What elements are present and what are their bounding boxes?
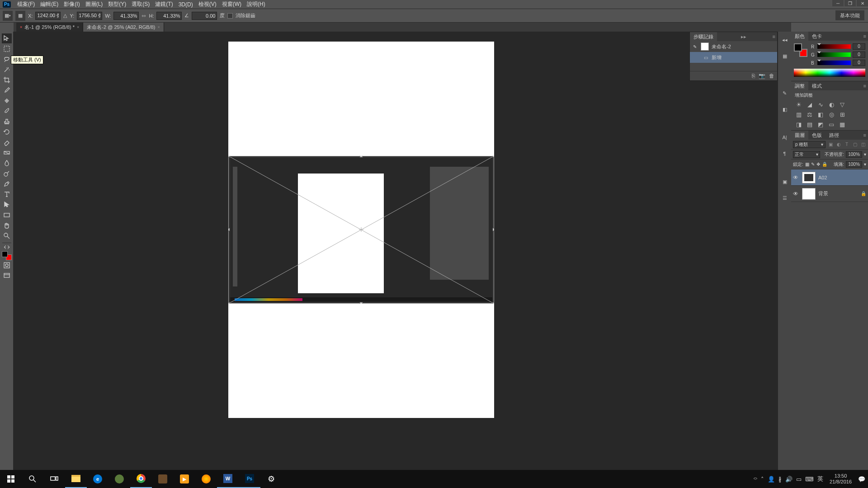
gradient-tool[interactable] (2, 148, 12, 158)
layers-tab[interactable]: 圖層 (791, 131, 808, 140)
brush-tool[interactable] (2, 106, 12, 116)
tool-preset-icon[interactable]: ▦▾ (3, 11, 13, 21)
app2-taskbar-icon[interactable] (152, 470, 174, 488)
r-slider[interactable] (817, 44, 851, 49)
opacity-field[interactable]: 100% (846, 151, 862, 158)
keyboard-icon[interactable]: ⌨ (805, 476, 814, 483)
b-slider[interactable] (817, 61, 851, 65)
delete-state-icon[interactable]: 🗑 (769, 73, 774, 79)
exposure-icon[interactable]: ◐ (827, 100, 835, 108)
filter-type-icon[interactable]: T (844, 141, 850, 148)
menu-layer[interactable]: 圖層(L) (83, 0, 106, 9)
explorer-taskbar-icon[interactable] (65, 470, 87, 488)
h-field[interactable] (156, 12, 182, 20)
quickmask-tool[interactable] (2, 260, 12, 270)
notifications-icon[interactable]: 💬 (858, 476, 865, 483)
visibility-toggle-icon[interactable]: 👁 (793, 174, 799, 181)
menu-edit[interactable]: 編輯(E) (38, 0, 61, 9)
close-button[interactable]: ✕ (857, 0, 868, 6)
eyedropper-tool[interactable] (2, 85, 12, 95)
people-icon[interactable]: 👤 (768, 476, 775, 483)
type-tool[interactable] (2, 189, 12, 199)
layer-row[interactable]: 👁 背景 🔒 (791, 186, 868, 202)
zoom-tool[interactable] (2, 231, 12, 241)
color-swatch-panel[interactable] (794, 43, 807, 57)
g-value[interactable]: 0 (853, 52, 865, 58)
canvas-area[interactable] (14, 32, 791, 477)
vibrance-icon[interactable]: ▽ (838, 100, 846, 108)
wifi-icon[interactable]: ⌔ (754, 476, 757, 483)
filter-smart-icon[interactable]: ◫ (860, 141, 866, 148)
triangle-icon[interactable]: △ (63, 13, 67, 19)
paths-tab[interactable]: 路徑 (826, 131, 843, 140)
layer-thumbnail[interactable] (802, 172, 816, 183)
dock-expand-icon[interactable]: ◂◂ (780, 35, 789, 44)
brightness-icon[interactable]: ☀ (795, 100, 803, 108)
styles-panel-icon[interactable]: ◧ (780, 105, 789, 114)
layer-name[interactable]: A02 (818, 175, 827, 180)
move-tool[interactable] (2, 33, 12, 43)
layer-row[interactable]: 👁 A02 (791, 169, 868, 186)
curves-icon[interactable]: ∿ (816, 100, 825, 108)
g-slider[interactable] (817, 52, 851, 57)
panel-menu-icon[interactable]: ≡ (771, 34, 777, 39)
tray-clock[interactable]: 13:50 21/8/2016 (827, 473, 854, 485)
eraser-tool[interactable] (2, 137, 12, 147)
screenmode-tool[interactable] (2, 271, 12, 281)
ime-icon[interactable]: 英 (817, 475, 823, 483)
history-tab[interactable]: 步驟記錄 (690, 32, 717, 41)
settings-taskbar-icon[interactable]: ⚙ (260, 470, 282, 488)
colorbalance-icon[interactable]: ⚖ (806, 110, 814, 118)
search-button[interactable] (22, 470, 43, 488)
styles-tab[interactable]: 樣式 (808, 81, 826, 90)
channelmixer-icon[interactable]: ⊞ (838, 110, 846, 118)
swap-colors-icon[interactable] (2, 244, 12, 249)
photoshop-taskbar-icon[interactable]: Ps (239, 470, 260, 488)
posterize-icon[interactable]: ▤ (806, 120, 814, 128)
battery-icon[interactable]: ▭ (796, 476, 802, 483)
tray-up-icon[interactable]: ˄ (761, 476, 764, 483)
app3-taskbar-icon[interactable] (195, 470, 217, 488)
fill-field[interactable]: 100% (846, 161, 862, 168)
marquee-tool[interactable] (2, 44, 12, 54)
filter-adjust-icon[interactable]: ◐ (835, 141, 842, 148)
panel-menu-icon[interactable]: ≡ (862, 132, 868, 138)
lock-pixels-icon[interactable]: ✎ (811, 162, 815, 167)
menu-select[interactable]: 選取(S) (129, 0, 152, 9)
edge-taskbar-icon[interactable]: e (87, 470, 108, 488)
tab-close-icon[interactable]: × (77, 25, 79, 29)
x-field[interactable] (35, 12, 61, 20)
link-icon[interactable]: ⇔ (142, 13, 146, 19)
maximize-button[interactable]: ❐ (844, 0, 856, 6)
invert-icon[interactable]: ◨ (795, 120, 803, 128)
y-field[interactable] (77, 12, 102, 20)
rectangle-tool[interactable] (2, 210, 12, 220)
filter-pixel-icon[interactable]: ▣ (827, 141, 834, 148)
filter-shape-icon[interactable]: ▢ (852, 141, 858, 148)
color-tab[interactable]: 顏色 (791, 32, 808, 41)
paragraph-panel-icon[interactable]: ¶ (780, 149, 789, 158)
swatches-panel-icon[interactable]: ▦ (780, 52, 789, 61)
reference-point-icon[interactable]: ▦ (15, 11, 25, 21)
b-value[interactable]: 0 (853, 60, 865, 66)
layer-thumbnail[interactable] (802, 188, 816, 200)
new-snapshot-icon[interactable]: 📷 (759, 73, 765, 79)
panel-collapse-icon[interactable]: ▸▸ (739, 34, 748, 40)
menu-window[interactable]: 視窗(W) (219, 0, 244, 9)
color-swatch[interactable] (2, 251, 12, 260)
taskview-button[interactable] (43, 470, 65, 488)
visibility-toggle-icon[interactable]: 👁 (793, 191, 799, 197)
adjustments-tab[interactable]: 調整 (791, 81, 808, 90)
menu-image[interactable]: 影像(I) (61, 0, 82, 9)
lock-transparent-icon[interactable]: ▦ (805, 162, 809, 167)
levels-icon[interactable]: ◢ (806, 100, 814, 108)
panel-menu-icon[interactable]: ≡ (862, 83, 868, 89)
menu-3d[interactable]: 3D(D) (176, 0, 196, 9)
layer-name[interactable]: 背景 (818, 190, 828, 197)
chrome-taskbar-icon[interactable] (130, 470, 152, 488)
hue-icon[interactable]: ▥ (795, 110, 803, 118)
foreground-color[interactable] (2, 251, 8, 257)
healing-tool[interactable] (2, 96, 12, 106)
bluetooth-icon[interactable]: ∦ (778, 476, 782, 483)
menu-file[interactable]: 檔案(F) (14, 0, 38, 9)
